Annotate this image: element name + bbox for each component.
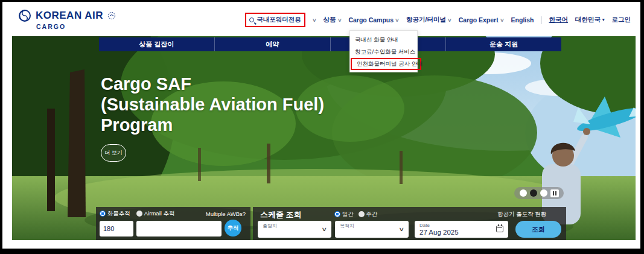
more-button[interactable]: 더 보기 [101, 144, 126, 162]
caret-down-icon: ▾ [602, 17, 605, 22]
country-selector[interactable]: 대한민국 ▾ [575, 16, 605, 24]
carousel-dot-2-active[interactable] [530, 189, 537, 197]
hero-title-line2: (Sustainable Aviation Fuel) [101, 94, 324, 115]
weekly-radio-label[interactable]: 주간 [366, 211, 377, 217]
korean-air-cargo-logo[interactable]: KOREAN AIR CARGO [18, 9, 116, 30]
airmail-track-radio-label[interactable]: Airmail 추적 [144, 210, 175, 217]
schedule-title: 스케줄 조회 [260, 209, 302, 220]
schedule-search-button[interactable]: 조회 [515, 221, 561, 238]
destination-select[interactable]: 목적지 ∨ [335, 221, 409, 238]
carousel-dot-1[interactable] [520, 189, 527, 197]
login-button[interactable]: 로그인 [612, 16, 631, 24]
nav-aircraft-terminal[interactable]: 항공기/터미널 ∨ [406, 16, 451, 24]
nav-cargo-campus[interactable]: Cargo Campus ∨ [348, 16, 399, 24]
cargo-tracking-panel: 화물추적 Airmail 추적 Multiple AWBs? 추적 [96, 207, 250, 240]
chevron-down-icon: ∨ [500, 17, 505, 23]
daily-radio[interactable] [334, 211, 340, 217]
korean-air-symbol-icon [18, 9, 31, 22]
forwarder-menu-highlight[interactable]: 국내포워더전용 [245, 13, 305, 27]
chevron-down-icon: ∨ [447, 17, 452, 23]
cargo-track-radio[interactable] [100, 211, 106, 217]
chevron-down-icon: ∨ [399, 226, 405, 232]
flight-status-link[interactable]: 항공기 출도착 현황 [497, 211, 546, 218]
country-label: 대한민국 [575, 16, 601, 24]
chevron-down-icon: ∨ [322, 226, 328, 232]
origin-select[interactable]: 출발지 ∨ [258, 221, 331, 238]
chevron-down-icon: ∨ [395, 17, 400, 23]
nav-products[interactable]: 상품 ∨ [324, 16, 342, 24]
chevron-down-icon: ∨ [337, 17, 342, 23]
nav-cargo-expert[interactable]: Cargo Expert ∨ [459, 16, 504, 24]
nav-products-label: 상품 [324, 16, 336, 24]
track-button[interactable]: 추적 [225, 220, 241, 237]
main-nav-transport-support[interactable]: 운송 지원 [445, 37, 561, 51]
page: KOREAN AIR CARGO 국내포워더전용 ∨ 상품 ∨ Cargo Ca… [2, 2, 640, 249]
awb-number-input[interactable] [136, 221, 222, 237]
date-field-label: Date [419, 223, 430, 228]
main-nav-product-guide[interactable]: 상품 길잡이 [99, 37, 214, 51]
skyteam-icon [107, 11, 116, 20]
chevron-down-icon: ∨ [312, 17, 317, 23]
carousel-dot-3[interactable] [540, 189, 547, 197]
dropdown-item-incheon-terminal[interactable]: 인천화물터미널 공사 안내 [352, 59, 420, 69]
origin-select-label: 출발지 [263, 223, 277, 229]
forwarder-dropdown-menu: 국내선 화물 안내 창고료/수입화물 서비스 인천화물터미널 공사 안내 [349, 30, 418, 72]
dropdown-item-domestic-cargo[interactable]: 국내선 화물 안내 [350, 34, 417, 46]
carousel-controls [514, 187, 564, 199]
awb-prefix-input[interactable] [100, 221, 133, 237]
hero-title-line1: Cargo SAF [101, 74, 324, 94]
brand-name: KOREAN AIR [36, 10, 103, 22]
cargo-track-radio-label[interactable]: 화물추적 [107, 210, 130, 217]
hero-banner: Cargo SAF (Sustainable Aviation Fuel) Pr… [12, 36, 636, 240]
weekly-radio[interactable] [359, 211, 365, 217]
header: KOREAN AIR CARGO 국내포워더전용 ∨ 상품 ∨ Cargo Ca… [2, 2, 640, 34]
nav-cargo-campus-label: Cargo Campus [348, 16, 394, 24]
date-field[interactable]: Date 27 Aug 2025 [415, 221, 508, 238]
daily-radio-label[interactable]: 일간 [342, 211, 354, 217]
dropdown-highlight-box: 인천화물터미널 공사 안내 [351, 58, 421, 70]
nav-forwarder-label[interactable]: 국내포워더전용 [257, 16, 301, 24]
carousel-pause-icon[interactable] [550, 189, 559, 197]
multiple-awbs-link[interactable]: Multiple AWBs? [206, 211, 246, 217]
lang-korean[interactable]: 한국어 [549, 16, 568, 24]
lang-english[interactable]: English [511, 16, 534, 24]
date-field-value: 27 Aug 2025 [419, 229, 459, 236]
dropdown-item-warehouse-import[interactable]: 창고료/수입화물 서비스 [350, 46, 417, 58]
divider [541, 16, 541, 24]
nav-cargo-expert-label: Cargo Expert [459, 16, 499, 24]
utility-nav: 국내포워더전용 ∨ 상품 ∨ Cargo Campus ∨ 항공기/터미널 ∨ … [245, 13, 631, 27]
hero-title: Cargo SAF (Sustainable Aviation Fuel) Pr… [101, 74, 324, 135]
calendar-icon[interactable] [496, 226, 503, 232]
main-nav-booking[interactable]: 예약 [214, 37, 330, 51]
search-icon[interactable] [249, 17, 254, 22]
hero-title-line3: Program [101, 115, 324, 135]
destination-select-label: 목적지 [340, 223, 354, 229]
cargo-subtitle: CARGO [36, 23, 116, 30]
main-nav-bar: 상품 길잡이 예약 운송 지원 [99, 37, 561, 51]
airmail-track-radio[interactable] [136, 211, 142, 217]
schedule-panel: 스케줄 조회 일간 주간 항공기 출도착 현황 출발지 ∨ 목적지 ∨ Date… [253, 207, 566, 240]
nav-aircraft-terminal-label: 항공기/터미널 [406, 16, 446, 24]
